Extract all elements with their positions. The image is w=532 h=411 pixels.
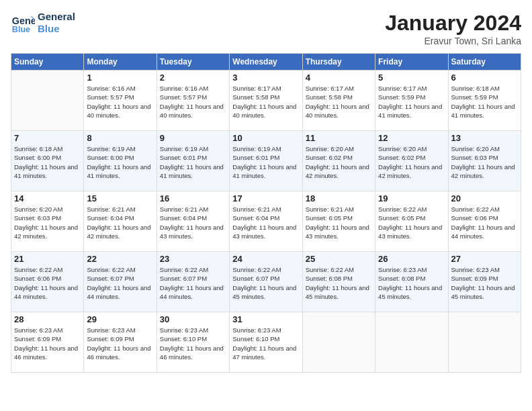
logo: General Blue General Blue bbox=[11, 11, 75, 35]
weekday-header: Thursday bbox=[302, 54, 375, 71]
day-info: Sunrise: 6:23 AMSunset: 6:09 PMDaylight:… bbox=[87, 326, 153, 361]
day-info: Sunrise: 6:17 AMSunset: 5:59 PMDaylight:… bbox=[378, 84, 445, 120]
calendar-cell: 20Sunrise: 6:22 AMSunset: 6:06 PMDayligh… bbox=[448, 191, 521, 252]
day-number: 12 bbox=[378, 133, 445, 143]
day-info: Sunrise: 6:22 AMSunset: 6:08 PMDaylight:… bbox=[306, 265, 372, 301]
calendar-cell bbox=[302, 312, 375, 373]
day-number: 6 bbox=[451, 73, 518, 83]
svg-text:Blue: Blue bbox=[12, 25, 30, 34]
calendar-cell: 7Sunrise: 6:18 AMSunset: 6:00 PMDaylight… bbox=[11, 131, 84, 191]
day-info: Sunrise: 6:23 AMSunset: 6:09 PMDaylight:… bbox=[14, 326, 81, 361]
calendar-cell: 29Sunrise: 6:23 AMSunset: 6:09 PMDayligh… bbox=[84, 312, 157, 373]
calendar-cell: 21Sunrise: 6:22 AMSunset: 6:06 PMDayligh… bbox=[11, 252, 84, 312]
day-info: Sunrise: 6:22 AMSunset: 6:06 PMDaylight:… bbox=[451, 205, 518, 240]
day-info: Sunrise: 6:20 AMSunset: 6:03 PMDaylight:… bbox=[451, 144, 518, 180]
day-number: 11 bbox=[306, 133, 372, 143]
day-number: 10 bbox=[232, 133, 299, 143]
day-info: Sunrise: 6:21 AMSunset: 6:04 PMDaylight:… bbox=[232, 205, 299, 240]
calendar-cell: 24Sunrise: 6:22 AMSunset: 6:07 PMDayligh… bbox=[230, 252, 302, 312]
calendar-cell: 1Sunrise: 6:16 AMSunset: 5:57 PMDaylight… bbox=[84, 71, 157, 131]
day-number: 16 bbox=[160, 193, 226, 203]
weekday-header: Monday bbox=[84, 54, 157, 71]
calendar-cell: 2Sunrise: 6:16 AMSunset: 5:57 PMDaylight… bbox=[157, 71, 229, 131]
day-number: 30 bbox=[160, 314, 226, 324]
weekday-header: Wednesday bbox=[230, 54, 302, 71]
title-block: January 2024 Eravur Town, Sri Lanka bbox=[385, 11, 521, 46]
day-number: 13 bbox=[451, 133, 518, 143]
calendar-cell: 13Sunrise: 6:20 AMSunset: 6:03 PMDayligh… bbox=[448, 131, 521, 191]
day-number: 26 bbox=[378, 254, 445, 264]
day-number: 1 bbox=[87, 73, 153, 83]
calendar-cell: 18Sunrise: 6:21 AMSunset: 6:05 PMDayligh… bbox=[302, 191, 375, 252]
calendar-cell: 15Sunrise: 6:21 AMSunset: 6:04 PMDayligh… bbox=[84, 191, 157, 252]
day-number: 29 bbox=[87, 314, 153, 324]
weekday-header: Saturday bbox=[448, 54, 521, 71]
calendar-table: SundayMondayTuesdayWednesdayThursdayFrid… bbox=[11, 53, 521, 373]
calendar-cell: 30Sunrise: 6:23 AMSunset: 6:10 PMDayligh… bbox=[157, 312, 229, 373]
day-number: 28 bbox=[14, 314, 81, 324]
day-number: 18 bbox=[306, 193, 372, 203]
calendar-cell: 11Sunrise: 6:20 AMSunset: 6:02 PMDayligh… bbox=[302, 131, 375, 191]
calendar-cell: 27Sunrise: 6:23 AMSunset: 6:09 PMDayligh… bbox=[448, 252, 521, 312]
day-info: Sunrise: 6:19 AMSunset: 6:00 PMDaylight:… bbox=[87, 144, 153, 180]
day-number: 22 bbox=[87, 254, 153, 264]
day-info: Sunrise: 6:20 AMSunset: 6:02 PMDaylight:… bbox=[378, 144, 445, 180]
day-info: Sunrise: 6:23 AMSunset: 6:10 PMDaylight:… bbox=[160, 326, 226, 361]
day-info: Sunrise: 6:22 AMSunset: 6:07 PMDaylight:… bbox=[232, 265, 299, 301]
day-info: Sunrise: 6:22 AMSunset: 6:05 PMDaylight:… bbox=[378, 205, 445, 240]
day-number: 14 bbox=[14, 193, 81, 203]
calendar-cell: 19Sunrise: 6:22 AMSunset: 6:05 PMDayligh… bbox=[375, 191, 448, 252]
day-number: 15 bbox=[87, 193, 153, 203]
calendar-week-row: 1Sunrise: 6:16 AMSunset: 5:57 PMDaylight… bbox=[11, 71, 521, 131]
calendar-cell: 23Sunrise: 6:22 AMSunset: 6:07 PMDayligh… bbox=[157, 252, 229, 312]
day-info: Sunrise: 6:22 AMSunset: 6:07 PMDaylight:… bbox=[87, 265, 153, 301]
day-number: 2 bbox=[160, 73, 226, 83]
calendar-week-row: 28Sunrise: 6:23 AMSunset: 6:09 PMDayligh… bbox=[11, 312, 521, 373]
day-number: 9 bbox=[160, 133, 226, 143]
day-info: Sunrise: 6:22 AMSunset: 6:06 PMDaylight:… bbox=[14, 265, 81, 301]
calendar-cell: 9Sunrise: 6:19 AMSunset: 6:01 PMDaylight… bbox=[157, 131, 229, 191]
logo-blue: Blue bbox=[38, 23, 75, 35]
calendar-cell: 16Sunrise: 6:21 AMSunset: 6:04 PMDayligh… bbox=[157, 191, 229, 252]
calendar-cell: 3Sunrise: 6:17 AMSunset: 5:58 PMDaylight… bbox=[230, 71, 302, 131]
calendar-cell: 8Sunrise: 6:19 AMSunset: 6:00 PMDaylight… bbox=[84, 131, 157, 191]
calendar-cell: 17Sunrise: 6:21 AMSunset: 6:04 PMDayligh… bbox=[230, 191, 302, 252]
day-info: Sunrise: 6:21 AMSunset: 6:04 PMDaylight:… bbox=[87, 205, 153, 240]
day-info: Sunrise: 6:16 AMSunset: 5:57 PMDaylight:… bbox=[87, 84, 153, 120]
calendar-cell: 10Sunrise: 6:19 AMSunset: 6:01 PMDayligh… bbox=[230, 131, 302, 191]
calendar-cell bbox=[11, 71, 84, 131]
day-info: Sunrise: 6:23 AMSunset: 6:10 PMDaylight:… bbox=[232, 326, 299, 361]
day-number: 31 bbox=[232, 314, 299, 324]
day-number: 21 bbox=[14, 254, 81, 264]
calendar-cell bbox=[375, 312, 448, 373]
calendar-cell bbox=[448, 312, 521, 373]
day-number: 4 bbox=[306, 73, 372, 83]
calendar-cell: 14Sunrise: 6:20 AMSunset: 6:03 PMDayligh… bbox=[11, 191, 84, 252]
day-info: Sunrise: 6:22 AMSunset: 6:07 PMDaylight:… bbox=[160, 265, 226, 301]
calendar-cell: 12Sunrise: 6:20 AMSunset: 6:02 PMDayligh… bbox=[375, 131, 448, 191]
page-header: General Blue General Blue January 2024 E… bbox=[11, 11, 521, 46]
day-info: Sunrise: 6:21 AMSunset: 6:05 PMDaylight:… bbox=[306, 205, 372, 240]
day-number: 23 bbox=[160, 254, 226, 264]
day-info: Sunrise: 6:23 AMSunset: 6:08 PMDaylight:… bbox=[378, 265, 445, 301]
day-info: Sunrise: 6:17 AMSunset: 5:58 PMDaylight:… bbox=[306, 84, 372, 120]
day-number: 7 bbox=[14, 133, 81, 143]
month-title: January 2024 bbox=[385, 11, 521, 36]
day-info: Sunrise: 6:20 AMSunset: 6:02 PMDaylight:… bbox=[306, 144, 372, 180]
calendar-week-row: 7Sunrise: 6:18 AMSunset: 6:00 PMDaylight… bbox=[11, 131, 521, 191]
day-info: Sunrise: 6:17 AMSunset: 5:58 PMDaylight:… bbox=[232, 84, 299, 120]
day-info: Sunrise: 6:18 AMSunset: 5:59 PMDaylight:… bbox=[451, 84, 518, 120]
day-info: Sunrise: 6:16 AMSunset: 5:57 PMDaylight:… bbox=[160, 84, 226, 120]
location: Eravur Town, Sri Lanka bbox=[385, 36, 521, 46]
day-number: 19 bbox=[378, 193, 445, 203]
calendar-cell: 26Sunrise: 6:23 AMSunset: 6:08 PMDayligh… bbox=[375, 252, 448, 312]
calendar-cell: 28Sunrise: 6:23 AMSunset: 6:09 PMDayligh… bbox=[11, 312, 84, 373]
calendar-cell: 22Sunrise: 6:22 AMSunset: 6:07 PMDayligh… bbox=[84, 252, 157, 312]
calendar-cell: 6Sunrise: 6:18 AMSunset: 5:59 PMDaylight… bbox=[448, 71, 521, 131]
day-number: 24 bbox=[232, 254, 299, 264]
day-number: 27 bbox=[451, 254, 518, 264]
day-info: Sunrise: 6:19 AMSunset: 6:01 PMDaylight:… bbox=[160, 144, 226, 180]
day-number: 3 bbox=[232, 73, 299, 83]
weekday-header-row: SundayMondayTuesdayWednesdayThursdayFrid… bbox=[11, 54, 521, 71]
day-info: Sunrise: 6:18 AMSunset: 6:00 PMDaylight:… bbox=[14, 144, 81, 180]
